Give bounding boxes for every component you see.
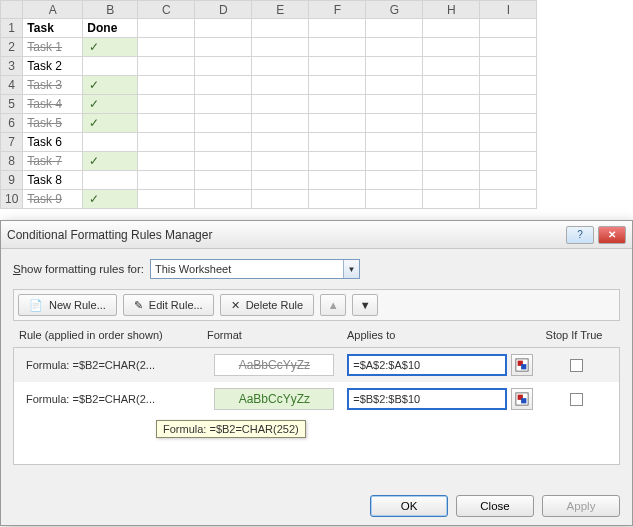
column-header[interactable]: I — [480, 1, 537, 19]
cell[interactable]: Task 4 — [23, 95, 83, 114]
cell[interactable]: Task — [23, 19, 83, 38]
apply-button[interactable]: Apply — [542, 495, 620, 517]
applies-to-input[interactable]: =$A$2:$A$10 — [347, 354, 507, 376]
cell[interactable] — [195, 171, 252, 190]
cell[interactable] — [138, 95, 195, 114]
cell[interactable] — [309, 76, 366, 95]
row-header[interactable]: 8 — [1, 152, 23, 171]
cell[interactable]: ✓ — [83, 95, 138, 114]
rules-list[interactable]: Formula: =$B2=CHAR(2...AaBbCcYyZz=$A$2:$… — [13, 347, 620, 465]
cell[interactable]: Task 6 — [23, 133, 83, 152]
cell[interactable] — [480, 95, 537, 114]
cell[interactable] — [309, 57, 366, 76]
cell[interactable] — [252, 133, 309, 152]
cell[interactable]: Task 5 — [23, 114, 83, 133]
row-header[interactable]: 9 — [1, 171, 23, 190]
cell[interactable] — [366, 38, 423, 57]
cell[interactable] — [138, 76, 195, 95]
cell[interactable] — [309, 114, 366, 133]
cell[interactable] — [309, 171, 366, 190]
cell[interactable] — [423, 171, 480, 190]
cell[interactable] — [195, 76, 252, 95]
cell[interactable] — [252, 57, 309, 76]
cell[interactable] — [138, 171, 195, 190]
column-header[interactable]: G — [366, 1, 423, 19]
cell[interactable]: Task 7 — [23, 152, 83, 171]
cell[interactable] — [366, 133, 423, 152]
cell[interactable] — [138, 57, 195, 76]
cell[interactable] — [252, 19, 309, 38]
cell[interactable] — [423, 133, 480, 152]
cell[interactable] — [252, 190, 309, 209]
rule-row[interactable]: Formula: =$B2=CHAR(2...AaBbCcYyZz=$B$2:$… — [14, 382, 619, 416]
cell[interactable] — [252, 171, 309, 190]
cell[interactable] — [195, 190, 252, 209]
stop-if-true-checkbox[interactable] — [570, 359, 583, 372]
row-header[interactable]: 1 — [1, 19, 23, 38]
cell[interactable] — [366, 95, 423, 114]
cell[interactable] — [480, 38, 537, 57]
cell[interactable] — [480, 76, 537, 95]
close-button[interactable]: ✕ — [598, 226, 626, 244]
cell[interactable] — [423, 152, 480, 171]
cell[interactable]: ✓ — [83, 190, 138, 209]
cell[interactable] — [138, 38, 195, 57]
cell[interactable] — [252, 152, 309, 171]
row-header[interactable]: 10 — [1, 190, 23, 209]
cell[interactable] — [195, 19, 252, 38]
edit-rule-button[interactable]: ✎Edit Rule... — [123, 294, 214, 316]
cell[interactable] — [83, 57, 138, 76]
row-header[interactable]: 5 — [1, 95, 23, 114]
cell[interactable] — [480, 152, 537, 171]
cell[interactable]: Task 1 — [23, 38, 83, 57]
cell[interactable] — [309, 190, 366, 209]
cell[interactable] — [252, 95, 309, 114]
cell[interactable]: Task 9 — [23, 190, 83, 209]
cell[interactable]: Task 3 — [23, 76, 83, 95]
cell[interactable] — [366, 152, 423, 171]
cell[interactable] — [252, 76, 309, 95]
cell[interactable] — [366, 57, 423, 76]
column-header[interactable]: F — [309, 1, 366, 19]
cell[interactable] — [195, 57, 252, 76]
cell[interactable] — [309, 38, 366, 57]
row-header[interactable]: 2 — [1, 38, 23, 57]
cell[interactable] — [423, 38, 480, 57]
row-header[interactable]: 3 — [1, 57, 23, 76]
cell[interactable] — [366, 19, 423, 38]
cell[interactable] — [252, 114, 309, 133]
rule-row[interactable]: Formula: =$B2=CHAR(2...AaBbCcYyZz=$A$2:$… — [14, 348, 619, 382]
cell[interactable] — [83, 133, 138, 152]
cell[interactable]: ✓ — [83, 152, 138, 171]
cell[interactable] — [195, 133, 252, 152]
cell[interactable] — [195, 114, 252, 133]
ok-button[interactable]: OK — [370, 495, 448, 517]
column-header[interactable]: B — [83, 1, 138, 19]
cell[interactable] — [480, 19, 537, 38]
cell[interactable]: Task 2 — [23, 57, 83, 76]
cell[interactable] — [423, 76, 480, 95]
cell[interactable] — [366, 190, 423, 209]
cell[interactable] — [423, 57, 480, 76]
move-up-button[interactable]: ▲ — [320, 294, 346, 316]
delete-rule-button[interactable]: ✕Delete Rule — [220, 294, 314, 316]
cell[interactable]: Done — [83, 19, 138, 38]
cell[interactable] — [195, 38, 252, 57]
scope-combobox[interactable]: This Worksheet ▼ — [150, 259, 360, 279]
cell[interactable] — [138, 190, 195, 209]
row-header[interactable]: 4 — [1, 76, 23, 95]
cell[interactable]: ✓ — [83, 76, 138, 95]
cell[interactable] — [252, 38, 309, 57]
cell[interactable] — [138, 133, 195, 152]
range-selector-button[interactable] — [511, 388, 533, 410]
cell[interactable] — [480, 190, 537, 209]
new-rule-button[interactable]: 📄New Rule... — [18, 294, 117, 316]
range-selector-button[interactable] — [511, 354, 533, 376]
row-header[interactable]: 6 — [1, 114, 23, 133]
column-header[interactable]: A — [23, 1, 83, 19]
chevron-down-icon[interactable]: ▼ — [343, 260, 359, 278]
cell[interactable] — [309, 95, 366, 114]
cell[interactable] — [423, 95, 480, 114]
cell[interactable] — [366, 171, 423, 190]
column-header[interactable]: E — [252, 1, 309, 19]
